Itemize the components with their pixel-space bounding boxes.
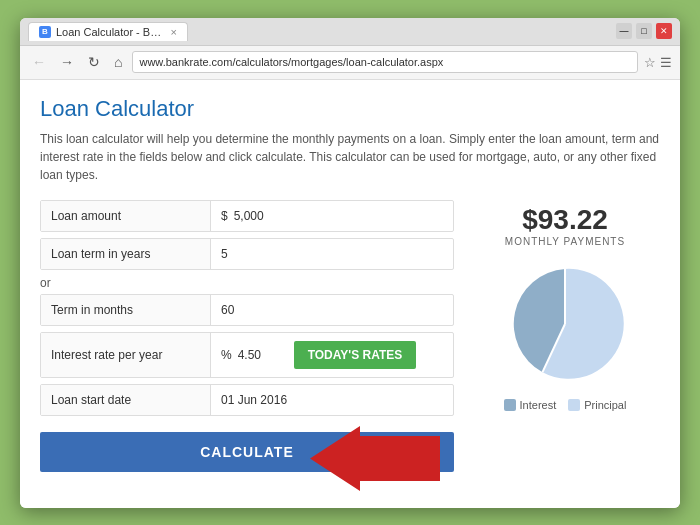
loan-amount-row: Loan amount $ [40, 200, 454, 232]
minimize-button[interactable]: — [616, 23, 632, 39]
address-icons: ☆ ☰ [644, 55, 672, 70]
forward-button[interactable]: → [56, 52, 78, 72]
loan-term-value [211, 239, 453, 269]
tab-close-icon[interactable]: × [171, 26, 177, 38]
window-controls: — □ ✕ [616, 23, 672, 39]
start-date-label: Loan start date [41, 385, 211, 415]
interest-dot [504, 399, 516, 411]
term-months-row: Term in months [40, 294, 454, 326]
tab-label: Loan Calculator - Bankrat... [56, 26, 162, 38]
monthly-label: MONTHLY PAYMENTS [505, 236, 625, 247]
refresh-button[interactable]: ↻ [84, 52, 104, 72]
loan-term-label: Loan term in years [41, 239, 211, 269]
page-description: This loan calculator will help you deter… [40, 130, 660, 184]
loan-amount-input[interactable] [234, 209, 443, 223]
bookmark-icon[interactable]: ☆ [644, 55, 656, 70]
interest-label: Interest [520, 399, 557, 411]
maximize-button[interactable]: □ [636, 23, 652, 39]
interest-rate-label: Interest rate per year [41, 333, 211, 377]
currency-symbol: $ [221, 209, 228, 223]
interest-rate-input[interactable] [238, 348, 288, 362]
legend-interest: Interest [504, 399, 557, 411]
interest-rate-value: % TODAY'S RATES [211, 333, 453, 377]
legend-principal: Principal [568, 399, 626, 411]
browser-window: B Loan Calculator - Bankrat... × — □ ✕ ←… [20, 18, 680, 508]
tab-favicon: B [39, 26, 51, 38]
back-button[interactable]: ← [28, 52, 50, 72]
menu-icon[interactable]: ☰ [660, 55, 672, 70]
percent-symbol: % [221, 348, 232, 362]
result-section: $93.22 MONTHLY PAYMENTS [470, 200, 660, 472]
term-months-label: Term in months [41, 295, 211, 325]
pie-chart [500, 259, 630, 389]
term-months-value [211, 295, 453, 325]
title-bar: B Loan Calculator - Bankrat... × — □ ✕ [20, 18, 680, 46]
monthly-amount: $93.22 [522, 204, 608, 236]
main-layout: Loan amount $ Loan term in years or [40, 200, 660, 472]
interest-rate-row: Interest rate per year % TODAY'S RATES [40, 332, 454, 378]
form-section: Loan amount $ Loan term in years or [40, 200, 454, 472]
start-date-value [211, 385, 453, 415]
pie-legend: Interest Principal [504, 399, 627, 411]
page-content: Loan Calculator This loan calculator wil… [20, 80, 680, 508]
address-bar: ← → ↻ ⌂ ☆ ☰ [20, 46, 680, 80]
loan-term-input[interactable] [221, 247, 443, 261]
loan-amount-value: $ [211, 201, 453, 231]
pie-svg [500, 259, 630, 389]
browser-tab[interactable]: B Loan Calculator - Bankrat... × [28, 22, 188, 41]
principal-label: Principal [584, 399, 626, 411]
todays-rates-button[interactable]: TODAY'S RATES [294, 341, 417, 369]
calculate-button[interactable]: CALCULATE [40, 432, 454, 472]
term-months-input[interactable] [221, 303, 443, 317]
start-date-row: Loan start date [40, 384, 454, 416]
home-button[interactable]: ⌂ [110, 52, 126, 72]
principal-dot [568, 399, 580, 411]
start-date-input[interactable] [221, 393, 443, 407]
loan-amount-label: Loan amount [41, 201, 211, 231]
or-text: or [40, 276, 454, 290]
address-input[interactable] [132, 51, 638, 73]
close-button[interactable]: ✕ [656, 23, 672, 39]
page-title: Loan Calculator [40, 96, 660, 122]
loan-term-row: Loan term in years [40, 238, 454, 270]
